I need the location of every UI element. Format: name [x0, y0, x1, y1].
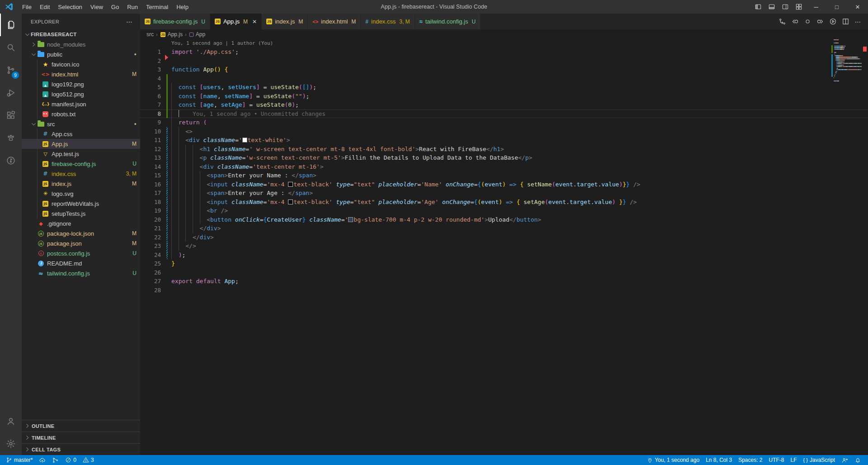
customize-layout-icon[interactable]	[792, 0, 806, 14]
run-or-debug-icon[interactable]	[827, 16, 838, 27]
status-eol[interactable]: LF	[788, 455, 800, 465]
code-line-6[interactable]: 6 const [name, setName] = useState("");	[140, 92, 868, 101]
status-publish-changes[interactable]	[36, 455, 49, 465]
code-line-10[interactable]: 10 <>	[140, 127, 868, 136]
code-line-7[interactable]: 7 const [age, setAge] = useState(0);	[140, 100, 868, 109]
tree-item-app-test-js[interactable]: ▽App.test.js	[22, 149, 140, 159]
tree-item-index-css[interactable]: #index.css3, M	[22, 169, 140, 179]
tree-item--gitignore[interactable]: ◆.gitignore	[22, 218, 140, 228]
current-change-icon[interactable]	[802, 16, 813, 27]
breadcrumb-app-js[interactable]: JSApp.js	[160, 31, 183, 38]
minimap[interactable]	[834, 39, 862, 83]
previous-change-icon[interactable]	[789, 16, 800, 27]
code-line-14[interactable]: 14 <div className='text-center mt-16'>	[140, 162, 868, 171]
minimize-button[interactable]: ─	[806, 0, 826, 14]
explorer-more-actions-icon[interactable]: ⋯	[126, 18, 133, 25]
tree-item-postcss-config-js[interactable]: ◬postcss.config.jsU	[22, 248, 140, 258]
tree-item-logo-svg[interactable]: ✳logo.svg	[22, 189, 140, 199]
activity-extensions-icon[interactable]	[0, 104, 22, 127]
tab-firebase-config-js[interactable]: JSfirebase-config.jsU	[140, 14, 210, 29]
code-line-16[interactable]: 16 <input className='mx-4 text-black' ty…	[140, 180, 868, 189]
tree-item-package-json[interactable]: JSpackage.jsonM	[22, 238, 140, 248]
activity-run-and-debug-icon[interactable]	[0, 81, 22, 104]
activity-explorer-icon[interactable]	[0, 14, 22, 36]
close-button[interactable]: ✕	[847, 0, 868, 14]
code-line-3[interactable]: 3function App() {	[140, 65, 868, 74]
code-line-15[interactable]: 15 <span>Enter your Name : </span>	[140, 171, 868, 180]
tree-root-firebasereact[interactable]: FIREBASEREACT	[22, 29, 140, 39]
more-actions-icon[interactable]: ⋯	[853, 16, 863, 27]
code-editor[interactable]: You, 1 second ago | 1 author (You) 1impo…	[140, 39, 868, 455]
code-line-25[interactable]: 25}	[140, 259, 868, 268]
tree-item-public[interactable]: public●	[22, 49, 140, 59]
tree-item-index-html[interactable]: <>index.htmlM	[22, 69, 140, 79]
activity-settings-icon[interactable]	[0, 432, 22, 455]
toggle-sidebar-icon[interactable]	[751, 0, 765, 14]
code-line-20[interactable]: 20 <button onClick={CreateUser} classNam…	[140, 215, 868, 224]
status-language-mode[interactable]: { }JavaScript	[800, 455, 838, 465]
status-indentation[interactable]: Spaces: 2	[735, 455, 765, 465]
menu-file[interactable]: File	[18, 0, 36, 14]
compare-changes-icon[interactable]	[777, 16, 788, 27]
code-line-12[interactable]: 12 <h1 className=' w-screen text-center …	[140, 145, 868, 154]
code-line-5[interactable]: 5 const [users, setUsers] = useState([])…	[140, 83, 868, 92]
breadcrumb-app[interactable]: App	[189, 31, 205, 38]
status-cursor-position[interactable]: Ln 8, Col 3	[703, 455, 735, 465]
status-notifications[interactable]	[851, 455, 864, 465]
activity-extension-paw-icon[interactable]	[0, 127, 22, 149]
tree-item-node-modules[interactable]: node_modules	[22, 39, 140, 49]
code-line-9[interactable]: 9 return (	[140, 118, 868, 127]
code-line-13[interactable]: 13 <p className='w-screen text-center mt…	[140, 153, 868, 162]
toggle-secondary-sidebar-icon[interactable]	[778, 0, 792, 14]
menu-selection[interactable]: Selection	[54, 0, 86, 14]
code-line-18[interactable]: 18 <input className='mx-4 text-black' ty…	[140, 198, 868, 207]
status-warnings[interactable]: 3	[80, 455, 97, 465]
activity-accounts-icon[interactable]	[0, 410, 22, 432]
code-line-1[interactable]: 1import './App.css';	[140, 47, 868, 57]
tree-item-robots-txt[interactable]: ••robots.txt	[22, 109, 140, 119]
tree-item-package-lock-json[interactable]: JSpackage-lock.jsonM	[22, 228, 140, 238]
menu-run[interactable]: Run	[123, 0, 142, 14]
tree-item-favicon-ico[interactable]: ★favicon.ico	[22, 59, 140, 69]
code-line-21[interactable]: 21 </div>	[140, 224, 868, 233]
codelens-annotation[interactable]: You, 1 second ago | 1 author (You)	[140, 39, 868, 47]
tab-app-js[interactable]: JSApp.jsM✕	[210, 14, 262, 29]
tab-index-js[interactable]: JSindex.jsM	[262, 14, 308, 29]
status-errors[interactable]: 0	[62, 455, 80, 465]
tree-item-reportwebvitals-js[interactable]: JSreportWebVitals.js	[22, 199, 140, 209]
tab-index-css[interactable]: #index.css3, M	[361, 14, 415, 29]
menu-go[interactable]: Go	[107, 0, 123, 14]
code-line-23[interactable]: 23 </>	[140, 242, 868, 251]
tree-item-logo192-png[interactable]: ▲logo192.png	[22, 79, 140, 89]
code-line-26[interactable]: 26	[140, 268, 868, 277]
tree-item-tailwind-config-js[interactable]: ≈tailwind.config.jsU	[22, 268, 140, 278]
tree-item-index-js[interactable]: JSindex.jsM	[22, 179, 140, 189]
status-feedback[interactable]	[838, 455, 851, 465]
split-editor-icon[interactable]	[840, 16, 851, 27]
code-line-24[interactable]: 24 );	[140, 251, 868, 260]
code-line-17[interactable]: 17 <span>Enter your Age : </span>	[140, 189, 868, 198]
code-line-27[interactable]: 27export default App;	[140, 277, 868, 286]
code-line-4[interactable]: 4	[140, 74, 868, 83]
next-change-icon[interactable]	[815, 16, 826, 27]
activity-source-control-icon[interactable]: 9	[0, 59, 22, 81]
code-line-22[interactable]: 22 </div>	[140, 233, 868, 242]
status-encoding[interactable]: UTF-8	[766, 455, 788, 465]
status-git-graph[interactable]	[49, 455, 62, 465]
tab-index-html[interactable]: <>index.htmlM	[308, 14, 361, 29]
menu-edit[interactable]: Edit	[36, 0, 54, 14]
tab-tailwind-config-js[interactable]: ≈tailwind.config.jsU	[415, 14, 481, 29]
tree-item-readme-md[interactable]: iREADME.md	[22, 258, 140, 268]
breadcrumb-src[interactable]: src	[146, 31, 154, 38]
tree-item-src[interactable]: src●	[22, 119, 140, 129]
section-cell-tags[interactable]: CELL TAGS	[22, 443, 140, 455]
section-timeline[interactable]: TIMELINE	[22, 432, 140, 443]
menu-help[interactable]: Help	[172, 0, 193, 14]
menu-view[interactable]: View	[86, 0, 107, 14]
tree-item-firebase-config-js[interactable]: JSfirebase-config.jsU	[22, 159, 140, 169]
tree-item-setuptests-js[interactable]: JSsetupTests.js	[22, 209, 140, 218]
activity-extension-circle-icon[interactable]	[0, 149, 22, 172]
tree-item-manifest-json[interactable]: {..}manifest.json	[22, 99, 140, 109]
code-line-28[interactable]: 28	[140, 286, 868, 295]
status-git-branch[interactable]: master*	[3, 455, 36, 465]
